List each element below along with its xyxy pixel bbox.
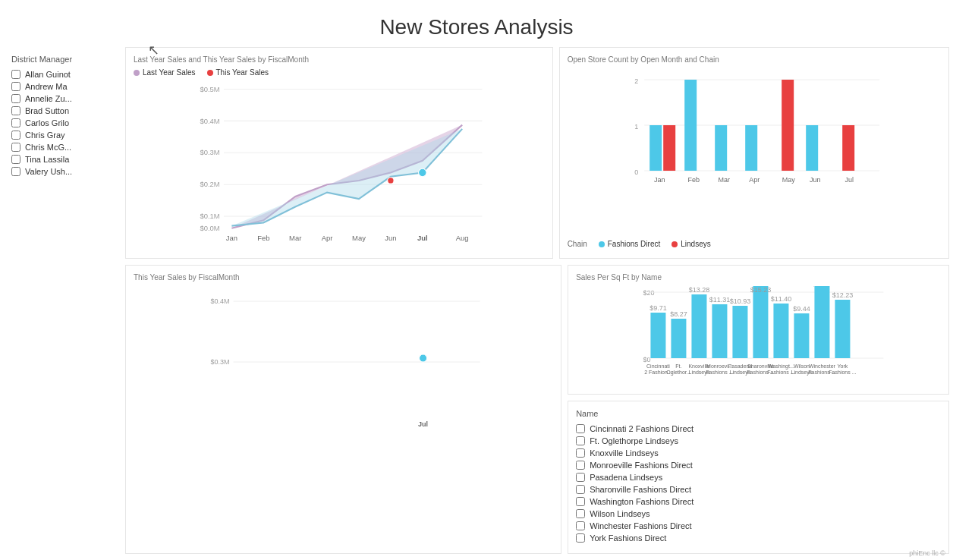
name-filter-checkbox-1[interactable] <box>576 436 585 445</box>
sidebar-checkbox-5[interactable] <box>11 131 20 140</box>
name-filter-checkbox-0[interactable] <box>576 424 585 433</box>
svg-rect-58 <box>692 294 707 358</box>
last-year-label: Last Year Sales <box>143 68 196 77</box>
sidebar-item-2[interactable]: Annelie Zu... <box>11 94 110 103</box>
sidebar-label-1: Andrew Ma <box>25 82 68 91</box>
sidebar-label-8: Valery Ush... <box>25 167 72 176</box>
svg-text:$0.3M: $0.3M <box>200 148 220 156</box>
svg-text:Wilson: Wilson <box>794 363 810 369</box>
name-filter-item-9[interactable]: York Fashions Direct <box>576 533 941 543</box>
sidebar-checkbox-6[interactable] <box>11 143 20 152</box>
svg-point-48 <box>420 354 427 362</box>
name-filter-item-7[interactable]: Wilson Lindseys <box>576 509 941 518</box>
name-filter-checkbox-2[interactable] <box>576 448 585 458</box>
sidebar-item-7[interactable]: Tina Lassila <box>11 155 110 164</box>
open-store-svg: 2 1 0 <box>568 68 941 235</box>
sidebar-item-0[interactable]: Allan Guinot <box>11 70 110 79</box>
svg-text:$15.23: $15.23 <box>750 286 772 294</box>
svg-marker-20 <box>231 129 462 226</box>
name-filter-label-9: York Fashions Direct <box>590 533 666 543</box>
open-store-chart-container: Open Store Count by Open Month and Chain… <box>559 47 949 259</box>
name-filter-item-6[interactable]: Washington Fashions Direct <box>576 497 941 506</box>
svg-text:$13.28: $13.28 <box>689 286 710 294</box>
name-filter-item-0[interactable]: Cincinnati 2 Fashions Direct <box>576 424 941 433</box>
sidebar-checkbox-7[interactable] <box>11 155 20 164</box>
sidebar-checkbox-8[interactable] <box>11 167 20 176</box>
sidebar-title: District Manager <box>11 55 110 64</box>
svg-text:Jan: Jan <box>654 176 665 184</box>
sidebar-item-8[interactable]: Valery Ush... <box>11 167 110 176</box>
name-filter-item-1[interactable]: Ft. Oglethorpe Lindseys <box>576 436 941 445</box>
svg-text:$0.2M: $0.2M <box>200 180 220 188</box>
svg-text:$0: $0 <box>643 356 651 363</box>
svg-rect-70 <box>815 286 830 358</box>
svg-text:0: 0 <box>634 168 638 176</box>
name-filter-checkbox-8[interactable] <box>576 521 585 530</box>
sidebar-item-4[interactable]: Carlos Grilo <box>11 118 110 127</box>
svg-text:1: 1 <box>634 123 638 131</box>
line-chart-svg: $0.5M $0.4M $0.3M $0.2M $0.1M $0.0M Jan … <box>134 81 545 248</box>
svg-text:Jun: Jun <box>810 176 821 184</box>
name-filter-checkbox-6[interactable] <box>576 497 585 506</box>
sidebar-label-3: Brad Sutton <box>25 106 69 115</box>
lindseys-dot <box>672 241 678 247</box>
sidebar-item-5[interactable]: Chris Gray <box>11 131 110 140</box>
lindseys-label: Lindseys <box>681 240 710 248</box>
svg-rect-30 <box>663 125 675 171</box>
svg-rect-56 <box>672 319 687 358</box>
svg-text:$0.4M: $0.4M <box>200 117 220 125</box>
this-year-chart-title: This Year Sales by FiscalMonth <box>134 273 553 282</box>
svg-text:$12.23: $12.23 <box>832 291 854 299</box>
svg-text:$0.3M: $0.3M <box>211 358 230 366</box>
name-filter-label-0: Cincinnati 2 Fashions Direct <box>590 424 694 433</box>
name-filter-item-2[interactable]: Knoxville Lindseys <box>576 448 941 458</box>
svg-text:Apr: Apr <box>749 176 760 184</box>
sidebar-checkbox-4[interactable] <box>11 118 20 127</box>
svg-text:$20: $20 <box>643 289 655 297</box>
name-filter-title: Name <box>576 409 941 418</box>
sidebar-checkbox-2[interactable] <box>11 94 20 103</box>
svg-text:Oglethor...: Oglethor... <box>666 370 690 376</box>
fashions-dot <box>599 241 605 247</box>
svg-text:$11.31: $11.31 <box>709 296 731 304</box>
name-filter-checkbox-5[interactable] <box>576 485 585 494</box>
svg-text:$11.40: $11.40 <box>771 295 792 303</box>
name-filter-label-5: Sharonville Fashions Direct <box>590 485 691 494</box>
svg-rect-66 <box>774 304 789 358</box>
name-filter-item-3[interactable]: Monroeville Fashions Direct <box>576 461 941 470</box>
name-filter-list: Cincinnati 2 Fashions DirectFt. Oglethor… <box>576 424 941 543</box>
sidebar-item-3[interactable]: Brad Sutton <box>11 106 110 115</box>
this-year-label: This Year Sales <box>216 68 269 77</box>
svg-rect-32 <box>715 125 727 171</box>
sidebar-item-1[interactable]: Andrew Ma <box>11 82 110 91</box>
name-filter-item-8[interactable]: Winchester Fashions Direct <box>576 521 941 530</box>
sidebar-checkbox-1[interactable] <box>11 82 20 91</box>
name-filter-checkbox-9[interactable] <box>576 533 585 543</box>
name-filter-item-4[interactable]: Pasadena Lindseys <box>576 473 941 482</box>
svg-text:Feb: Feb <box>257 234 269 242</box>
svg-text:May: May <box>352 234 366 242</box>
name-filter-item-5[interactable]: Sharonville Fashions Direct <box>576 485 941 494</box>
svg-rect-54 <box>651 313 666 358</box>
svg-rect-29 <box>649 125 662 171</box>
svg-text:$16.48: $16.48 <box>812 286 833 288</box>
sidebar-item-6[interactable]: Chris McG... <box>11 143 110 152</box>
svg-text:2: 2 <box>634 77 638 85</box>
line-chart-legend: Last Year Sales This Year Sales <box>134 68 545 77</box>
sqft-chart-container: Sales Per Sq Ft by Name $20 $0 $9.71 <box>568 265 949 395</box>
sidebar-checkbox-3[interactable] <box>11 106 20 115</box>
name-filter-checkbox-7[interactable] <box>576 509 585 518</box>
sidebar-checkbox-0[interactable] <box>11 70 20 79</box>
name-filter-checkbox-3[interactable] <box>576 461 585 470</box>
svg-text:$9.44: $9.44 <box>793 305 810 313</box>
name-filter-checkbox-4[interactable] <box>576 473 585 482</box>
open-store-title: Open Store Count by Open Month and Chain <box>568 55 941 64</box>
lindseys-legend: Lindseys <box>672 240 710 248</box>
svg-text:Feb: Feb <box>687 176 700 184</box>
svg-text:Aug: Aug <box>456 234 469 242</box>
name-filter-label-2: Knoxville Lindseys <box>590 448 659 458</box>
svg-text:Jul: Jul <box>844 176 854 184</box>
sidebar-label-7: Tina Lassila <box>25 155 69 164</box>
svg-text:Fashions ...: Fashions ... <box>829 370 856 375</box>
svg-text:Mar: Mar <box>718 176 730 184</box>
